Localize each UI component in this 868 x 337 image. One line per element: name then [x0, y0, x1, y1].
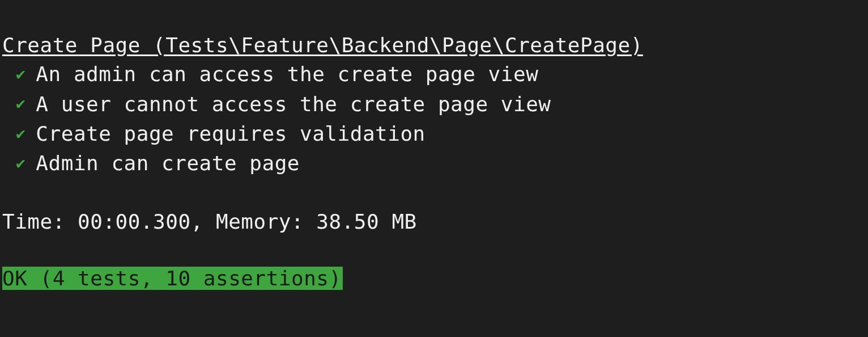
result-badge: OK (4 tests, 10 assertions)	[2, 267, 343, 290]
test-label: Create page requires validation	[36, 119, 425, 149]
test-suite-header: Create Page (Tests\Feature\Backend\Page\…	[0, 31, 868, 60]
check-icon: ✔	[16, 63, 25, 86]
test-result-row: ✔ Admin can create page	[0, 149, 868, 178]
test-label: Admin can create page	[36, 149, 300, 178]
test-label: An admin can access the create page view	[36, 60, 538, 89]
check-icon: ✔	[16, 123, 25, 146]
result-line: OK (4 tests, 10 assertions)	[0, 267, 868, 290]
check-icon: ✔	[16, 152, 25, 175]
test-label: A user cannot access the create page vie…	[36, 90, 551, 119]
stats-line: Time: 00:00.300, Memory: 38.50 MB	[0, 207, 868, 237]
check-icon: ✔	[16, 92, 25, 116]
test-result-row: ✔ Create page requires validation	[0, 119, 868, 149]
test-result-row: ✔ A user cannot access the create page v…	[0, 90, 868, 119]
terminal-output: Create Page (Tests\Feature\Backend\Page\…	[0, 0, 868, 290]
test-result-row: ✔ An admin can access the create page vi…	[0, 60, 868, 89]
